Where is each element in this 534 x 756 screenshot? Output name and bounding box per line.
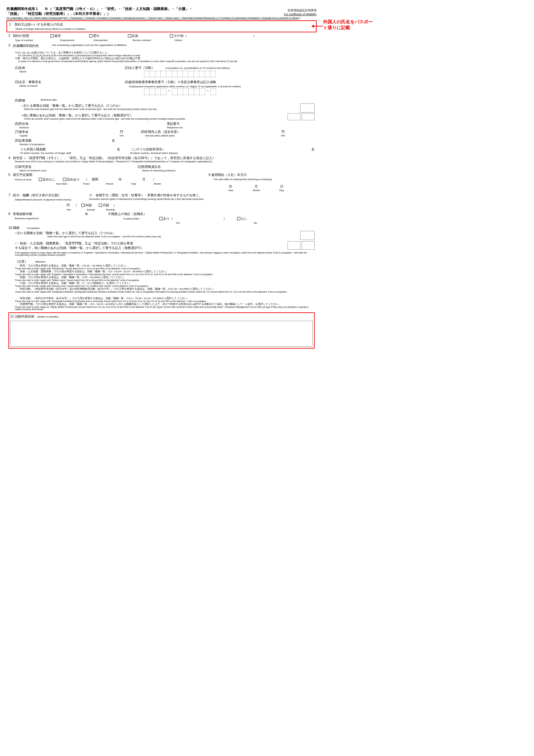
s5-sub: Period of work: [15, 178, 31, 181]
occ-other-2[interactable]: [302, 241, 315, 250]
s3-i5as: Select the main business type from the a…: [24, 108, 157, 110]
s10-n6: ・「特定活動」（本邦大学卒業者・告示46号））での入国を希望する場合は，別紙「職…: [15, 297, 315, 300]
checkbox-nonfixed[interactable]: [39, 178, 42, 181]
s2-opt1s: Employment: [60, 39, 74, 42]
s10-b2: する場合で，他に職種があれば別紙「職種一覧」から選択して番号を記入（複数選択可）: [15, 246, 144, 250]
s3-i7: (7)資本金: [15, 130, 112, 134]
s3-persons: 名: [112, 138, 115, 143]
s9-no: なし: [241, 217, 247, 220]
checkbox-entrustment[interactable]: [89, 34, 92, 38]
biz-other-2[interactable]: [302, 113, 315, 120]
s10-n2s: Those who wish to enter Japan with "Engi…: [15, 273, 315, 276]
s7-annuals: Annual: [87, 208, 95, 211]
s3-i6: (6)所在地: [15, 122, 167, 126]
s5-o1: 定めなし: [43, 177, 56, 181]
s2-sub: Type of contract: [15, 39, 33, 42]
s10-n4s: Those who wish to enter Japan with "Nurs…: [15, 285, 315, 287]
s6-years: Year: [228, 189, 233, 192]
s3-sub: The contracting organization such as the…: [52, 44, 127, 46]
checkbox-pos-no[interactable]: [237, 217, 240, 220]
s7-notes: Excludes various types of allowances (co…: [89, 198, 204, 201]
s4-sub: Research room (Fill in if you belong to …: [15, 160, 315, 163]
s3-i9a: うち外国人職員数: [20, 147, 117, 152]
s3-i2s: Corporation no. (combination of 13 numbe…: [165, 67, 230, 69]
checkbox-annual[interactable]: [81, 204, 85, 207]
s3-tel: 電話番号: [167, 122, 184, 126]
checkbox-employment[interactable]: [50, 34, 54, 38]
checkbox-monthly[interactable]: [99, 204, 102, 207]
cert-en: For certificate of eligibility: [258, 12, 317, 16]
corp-no-input[interactable]: [144, 71, 216, 77]
s6-sub: The start date of employment (entering a…: [213, 178, 272, 181]
s10-n7s: Those who wish to enter Japan as "Highly…: [15, 306, 315, 310]
s3-note1: ※(1), (3), (4), (6)及び(9)については，主に勤務させる場所に…: [15, 51, 315, 54]
s6-day: 日: [279, 184, 284, 189]
s3-persons3: 名: [312, 147, 315, 152]
checkbox-pos-yes[interactable]: [159, 217, 163, 220]
s7-sub: Salary/Reward (amount of payment before …: [15, 198, 71, 201]
s3-i9b: （このうち技能実習生）: [130, 147, 201, 152]
s10-n4: ・「介護」での入国を希望する場合は，別紙「職種一覧」の「41 介護福祉士」を選択…: [15, 281, 315, 285]
s7-note: ※ 各種手当（通勤・住宅・扶養等）・実費弁償の性格を有するものを除く。: [89, 193, 204, 198]
s7-monthly: 月額: [103, 203, 109, 207]
checkbox-others[interactable]: [170, 34, 173, 38]
s10-n5s: Those who wish to enter Japan with "Desi…: [15, 291, 315, 293]
s3-i2: (2)法人番号（13桁）: [125, 66, 155, 69]
s3-title: 所属機関等契約先: [13, 44, 39, 48]
s3-tels: Telephone No.: [167, 126, 184, 129]
section-11-highlight: 11 活動内容詳細 Details of activities: [9, 312, 315, 349]
s6-title: 雇用開始（入社）年月日: [211, 173, 247, 176]
s7-yens: Yen: [66, 208, 71, 211]
checkbox-fixed[interactable]: [63, 178, 66, 181]
occ-main-input[interactable]: [300, 231, 315, 240]
occ-other-1[interactable]: [288, 241, 300, 250]
s9-nos: No: [254, 222, 257, 225]
s3-i6s: Address: [19, 126, 167, 129]
s10-n6s: Those who wish to enter Japan with "Desi…: [15, 300, 315, 302]
header-sub: For organization, part 1 N ("Highly Skil…: [7, 16, 317, 20]
s10-n1s: Those who wish to enter Japan with "Rese…: [15, 267, 315, 270]
s10-a: ○主たる職種を別紙「職種一覧」から選択して番号を記入（1つのみ）: [15, 231, 161, 235]
s5-period: 期間: [92, 177, 98, 181]
cert-jp: 在留資格認定証明書用: [258, 9, 317, 13]
s10-n5: ・「特定活動」（特定研究等活動（告示36号）及び特定情報処理活動（告示37号））…: [15, 287, 315, 291]
s9-yes: あり（: [163, 217, 173, 220]
s4-i2: (2)指導教員氏名: [138, 165, 176, 169]
s10-sub: Occupation: [27, 227, 40, 230]
s7-yen: 円: [66, 203, 70, 207]
form-header: 所属機関等作成用 1 N （「高度専門職（1号イ・ロ）」・「研究」・「技術・人文…: [7, 7, 317, 20]
s3-yen2: 円: [276, 130, 290, 134]
header-line1: 所属機関等作成用 1 N （「高度専門職（1号イ・ロ）」・「研究」・「技術・人文…: [7, 7, 192, 11]
s8-year: 年: [85, 212, 88, 216]
s3-persons2: 名: [117, 147, 130, 152]
s3-note1s: For sub-items (1),(3),(4),(6) and (9),fi…: [18, 54, 315, 57]
s10-n7: ・「高度専門職」での入国を希望する場合は，別紙「職種一覧」の2～18,24～44…: [15, 302, 315, 306]
checkbox-service[interactable]: [128, 34, 131, 38]
s6-months: Month: [253, 189, 260, 192]
s5-periods: Period: [106, 182, 113, 185]
s5-years: Year: [131, 182, 136, 185]
s4-title: 研究室（「高度専門職（1号イ）」，「研究」又は「特定活動」（特定研究等活動（告示…: [13, 156, 216, 160]
s3-i4s: Employment insurance application office …: [129, 85, 241, 88]
s9-yess: Yes: [176, 222, 180, 225]
s6-year: 年: [228, 184, 233, 189]
s2-paren: ）: [253, 34, 257, 38]
emp-ins-input[interactable]: – –: [144, 89, 216, 95]
s9-sub: Position(Title): [123, 217, 139, 220]
s5-year: 年: [118, 177, 122, 181]
s2-opt3s: Service contract: [133, 39, 151, 42]
activity-textarea[interactable]: [10, 321, 313, 347]
s4-i1s: Name of research room: [19, 169, 138, 172]
s11-sub: Details of activities: [37, 315, 59, 318]
s3-i5: (5)業種: [15, 99, 25, 102]
biz-other-1[interactable]: [288, 113, 300, 120]
s2-title: 契約の形態: [13, 34, 29, 38]
biz-main-input[interactable]: [300, 103, 315, 113]
s2-opt2: 委任: [93, 34, 99, 38]
s1-sub: Name of foreign national being offered a…: [15, 27, 85, 30]
s3-i3: (3)支店・事業所名: [15, 80, 125, 84]
s3-i5s: Business type: [41, 98, 57, 101]
s10-b: ○「技術・人文知識・国際業務」「高度専門職」又は「特定活動」での入国を希望: [15, 241, 144, 246]
s3-i1: (1)名称: [15, 66, 125, 70]
s7-title: 給与・報酬（税引き前の支払額）: [13, 193, 62, 197]
